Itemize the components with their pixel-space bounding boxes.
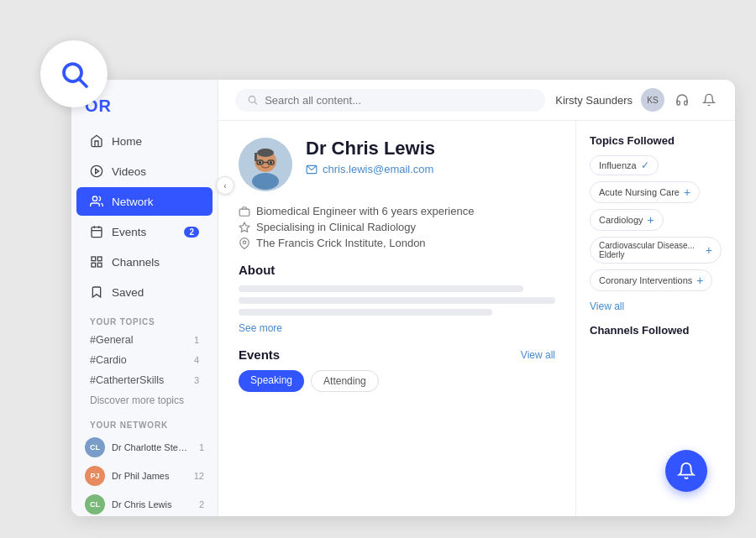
- search-bubble[interactable]: [40, 40, 108, 107]
- profile-email-row: chris.lewis@email.com: [306, 163, 435, 175]
- topbar-avatar: KS: [641, 88, 664, 112]
- svg-rect-26: [239, 209, 249, 216]
- topics-section-title: YOUR TOPICS: [71, 307, 218, 330]
- bookmark-icon: [90, 285, 103, 299]
- discover-topics-link[interactable]: Discover more topics: [71, 390, 218, 410]
- search-bar-container[interactable]: [235, 89, 545, 112]
- svg-point-23: [259, 161, 261, 164]
- network-section-title: YOUR NETWORK: [71, 410, 218, 433]
- svg-point-16: [252, 173, 279, 190]
- avatar-phil: PJ: [85, 466, 105, 486]
- see-more-link[interactable]: See more: [239, 322, 555, 334]
- profile-email[interactable]: chris.lewis@email.com: [323, 163, 433, 175]
- topic-name: #CatherterSkills: [90, 374, 164, 386]
- search-icon: [59, 59, 89, 89]
- main-content: Kirsty Saunders KS: [218, 80, 735, 516]
- topic-count: 3: [194, 375, 199, 385]
- sidebar-item-network[interactable]: Network: [76, 187, 213, 216]
- profile-name: Dr Chris Lewis: [306, 138, 435, 159]
- svg-marker-27: [239, 222, 249, 232]
- user-name: Kirsty Saunders: [555, 94, 633, 107]
- topic-item-catheter[interactable]: #CatherterSkills 3: [71, 370, 218, 390]
- check-icon: ✓: [641, 159, 649, 171]
- sidebar-item-label: Home: [112, 135, 142, 148]
- avatar-chris: CL: [85, 494, 105, 514]
- sidebar-item-videos[interactable]: Videos: [76, 157, 213, 185]
- profile-location-row: The Francis Crick Institute, London: [239, 237, 555, 249]
- profile-bio-row: Biomedical Engineer with 6 years experie…: [239, 205, 555, 217]
- topic-pill-cardiology[interactable]: Cardiology +: [590, 209, 664, 231]
- topbar-bell-icon[interactable]: [700, 91, 718, 109]
- play-icon: [90, 165, 103, 178]
- grid-icon: [90, 255, 103, 269]
- svg-point-13: [249, 97, 255, 103]
- topic-item-cardio[interactable]: #Cardio 4: [71, 350, 218, 370]
- topic-pill-label: Acute Nursing Care: [599, 187, 680, 197]
- sidebar-item-saved[interactable]: Saved: [76, 278, 213, 306]
- channels-followed-title: Channels Followed: [590, 324, 722, 337]
- sidebar-item-home[interactable]: Home: [76, 127, 213, 155]
- topic-name: #Cardio: [90, 354, 127, 366]
- profile-photo-svg: [239, 138, 292, 191]
- sidebar-item-label: Events: [112, 226, 146, 238]
- sidebar-item-channels[interactable]: Channels: [76, 248, 213, 276]
- search-input[interactable]: [265, 94, 533, 107]
- view-all-link[interactable]: View all: [521, 349, 555, 361]
- topic-pill-coronary[interactable]: Coronary Interventions +: [590, 269, 712, 291]
- svg-rect-12: [92, 263, 96, 267]
- sidebar-item-label: Videos: [112, 165, 146, 178]
- profile-speciality: Specialising in Clinical Radiology: [256, 221, 416, 233]
- events-header: Events View all: [239, 347, 555, 362]
- about-line-2: [239, 297, 555, 304]
- network-person-phil[interactable]: PJ Dr Phil James 12: [71, 462, 218, 490]
- svg-point-2: [91, 165, 102, 176]
- event-tab-speaking[interactable]: Speaking: [239, 370, 304, 392]
- event-tabs: Speaking Attending: [239, 370, 555, 392]
- profile-info: Dr Chris Lewis chris.lewis@email.com: [306, 138, 435, 177]
- network-person-charlotte[interactable]: CL Dr Charlotte Steve... 1: [71, 433, 218, 462]
- svg-rect-10: [97, 257, 102, 261]
- about-line-1: [239, 285, 523, 292]
- topic-pill-label: Influenza: [599, 160, 637, 170]
- profile-location: The Francis Crick Institute, London: [256, 237, 426, 249]
- profile-speciality-row: Specialising in Clinical Radiology: [239, 221, 555, 233]
- topic-count: 4: [194, 355, 199, 365]
- topic-pill-nursing[interactable]: Acute Nursing Care +: [590, 181, 700, 203]
- topic-pill-cardiovascular[interactable]: Cardiovascular Disease... Elderly +: [590, 237, 722, 264]
- topic-pill-label: Coronary Interventions: [599, 275, 692, 285]
- sidebar-item-events[interactable]: Events 2: [76, 217, 213, 246]
- person-name: Dr Charlotte Steve...: [112, 442, 187, 452]
- svg-point-28: [243, 241, 246, 244]
- topic-pill-influenza[interactable]: Influenza ✓: [590, 155, 659, 175]
- svg-rect-9: [92, 257, 96, 261]
- network-person-chris[interactable]: CL Dr Chris Lewis 2: [71, 490, 218, 516]
- email-icon: [306, 164, 318, 175]
- person-name: Dr Phil James: [112, 471, 169, 481]
- events-title: Events: [239, 347, 280, 362]
- topics-followed-title: Topics Followed: [590, 134, 722, 147]
- person-count: 12: [194, 471, 204, 481]
- event-tab-attending[interactable]: Attending: [311, 370, 379, 392]
- topics-view-all-link[interactable]: View all: [590, 300, 722, 312]
- plus-icon: +: [706, 243, 712, 257]
- svg-point-4: [92, 196, 97, 201]
- sidebar-collapse-button[interactable]: ‹: [216, 176, 234, 195]
- person-count: 2: [199, 499, 204, 509]
- headset-icon[interactable]: [673, 91, 691, 109]
- sidebar-item-label: Channels: [112, 256, 160, 269]
- profile-bio: Biomedical Engineer with 6 years experie…: [256, 205, 474, 217]
- profile-area: Dr Chris Lewis chris.lewis@email.com Bio…: [218, 121, 735, 516]
- svg-line-14: [255, 102, 257, 104]
- notification-fab[interactable]: [665, 450, 707, 492]
- svg-rect-5: [92, 227, 102, 238]
- app-container: OR Home Videos Network Events 2 Channels…: [71, 80, 735, 516]
- avatar-charlotte: CL: [85, 437, 105, 457]
- profile-sidebar: Topics Followed Influenza ✓ Acute Nursin…: [575, 121, 735, 516]
- search-icon-topbar: [247, 94, 258, 106]
- topic-name: #General: [90, 334, 133, 346]
- sidebar: OR Home Videos Network Events 2 Channels…: [71, 80, 218, 516]
- location-icon: [239, 238, 250, 249]
- topic-item-general[interactable]: #General 1: [71, 330, 218, 350]
- plus-icon: +: [696, 274, 703, 287]
- briefcase-icon: [239, 206, 250, 217]
